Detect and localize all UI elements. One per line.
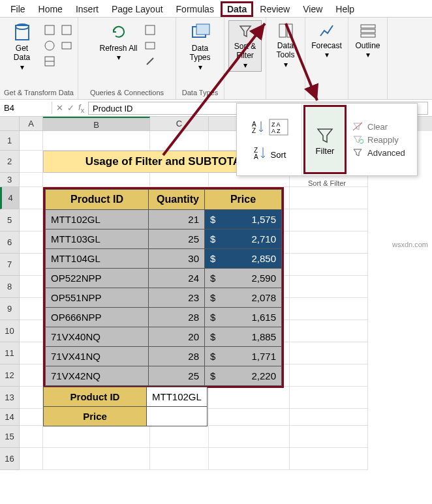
refresh-all-button[interactable]: Refresh All ▾ — [97, 20, 140, 64]
lookup-price-value[interactable] — [147, 407, 208, 426]
table-row[interactable]: MTT102GL 21 $1,575 — [46, 210, 282, 230]
existing-conn-icon[interactable] — [59, 38, 74, 53]
svg-text:A Z: A Z — [271, 128, 281, 134]
svg-text:Z A: Z A — [271, 121, 281, 128]
svg-text:Z: Z — [252, 127, 256, 134]
data-types-icon — [190, 22, 211, 42]
popup-group-label: Sort & Filter — [237, 179, 417, 187]
clear-filter-button[interactable]: Clear — [352, 121, 413, 132]
tab-file[interactable]: File — [4, 1, 32, 17]
tab-page-layout[interactable]: Page Layout — [105, 1, 170, 17]
data-tools-button[interactable]: Data Tools ▾ — [270, 20, 301, 70]
sort-filter-dropdown: AZ Z AA Z ZA Sort Filter Clear Reapply A… — [236, 103, 418, 176]
svg-rect-12 — [279, 24, 286, 37]
tab-view[interactable]: View — [296, 1, 329, 17]
svg-rect-11 — [196, 24, 209, 35]
svg-rect-8 — [146, 25, 155, 35]
group-label-datatypes: Data Types — [182, 87, 218, 98]
fx-icon[interactable]: fx — [78, 102, 84, 114]
from-table-icon[interactable] — [42, 54, 57, 68]
cancel-icon[interactable]: ✕ — [56, 103, 63, 113]
refresh-icon — [108, 22, 129, 42]
get-data-button[interactable]: Get Data ▾ — [4, 20, 40, 73]
get-data-label: Get Data — [7, 44, 37, 63]
lookup-id-label: Product ID — [44, 387, 147, 407]
table-row[interactable]: MTT103GL 25 $2,710 — [46, 230, 282, 249]
table-row[interactable]: 71VX42NQ 25 $2,220 — [46, 366, 282, 386]
from-text-icon[interactable] — [42, 23, 57, 37]
header-quantity: Quantity — [149, 190, 205, 210]
table-row[interactable]: OP551NPP 23 $2,078 — [46, 288, 282, 308]
sort-dialog-icon[interactable]: Z AA Z — [269, 119, 288, 138]
svg-point-3 — [45, 41, 54, 50]
data-types-button[interactable]: Data Types ▾ — [180, 20, 220, 73]
tab-home[interactable]: Home — [32, 1, 69, 17]
recent-sources-icon[interactable] — [59, 23, 74, 37]
forecast-button[interactable]: Forecast ▾ — [309, 20, 345, 61]
svg-rect-14 — [361, 25, 375, 28]
select-all-corner[interactable] — [0, 117, 20, 131]
outline-icon — [359, 22, 377, 40]
sort-filter-label: Sort & Filter — [232, 42, 258, 61]
sort-za-icon[interactable]: ZA — [253, 145, 267, 164]
reapply-button[interactable]: Reapply — [352, 134, 413, 145]
lookup-id-value[interactable]: MTT102GL — [147, 387, 208, 407]
forecast-label: Forecast — [311, 41, 342, 50]
header-price: Price — [205, 190, 282, 210]
lookup-table: Product IDMTT102GL Price — [43, 387, 208, 426]
group-label-get-data: Get & Transform Data — [4, 87, 74, 98]
edit-links-icon[interactable] — [143, 54, 157, 68]
refresh-all-label: Refresh All — [99, 44, 137, 53]
sort-filter-button[interactable]: Sort & Filter ▾ — [228, 20, 262, 72]
outline-button[interactable]: Outline ▾ — [352, 20, 382, 61]
table-row[interactable]: 71VX41NQ 28 $1,771 — [46, 347, 282, 366]
col-A[interactable]: A — [20, 117, 43, 131]
ribbon: Get Data ▾ Get & Transform Data Refresh … — [0, 18, 432, 100]
data-types-label: Data Types — [183, 44, 217, 63]
table-row[interactable]: MTT104GL 30 $2,850 — [46, 249, 282, 269]
svg-rect-9 — [146, 42, 155, 49]
confirm-icon[interactable]: ✓ — [67, 103, 74, 113]
from-web-icon[interactable] — [42, 38, 57, 53]
table-row[interactable]: OP522NPP 24 $2,590 — [46, 269, 282, 288]
svg-rect-13 — [287, 24, 292, 37]
name-box[interactable]: B4 — [0, 102, 52, 114]
svg-rect-6 — [62, 25, 71, 35]
advanced-button[interactable]: Advanced — [352, 147, 413, 158]
outline-label: Outline — [355, 41, 380, 50]
tab-formulas[interactable]: Formulas — [170, 1, 221, 17]
tab-review[interactable]: Review — [253, 1, 296, 17]
col-B[interactable]: B — [43, 117, 150, 131]
queries-icon[interactable] — [143, 23, 157, 37]
tab-insert[interactable]: Insert — [69, 1, 105, 17]
properties-icon[interactable] — [143, 38, 157, 53]
filter-label: Filter — [316, 146, 335, 156]
data-tools-icon — [277, 22, 295, 40]
svg-rect-2 — [45, 25, 54, 35]
data-table: Product IDQuantityPrice MTT102GL 21 $1,5… — [43, 187, 284, 388]
svg-rect-0 — [16, 25, 29, 40]
tab-help[interactable]: Help — [329, 1, 361, 17]
sort-filter-icon — [236, 22, 255, 40]
database-icon — [12, 22, 33, 42]
watermark: wsxdn.com — [392, 241, 428, 248]
group-label-queries: Queries & Connections — [90, 87, 164, 98]
lookup-price-label: Price — [44, 407, 147, 426]
svg-rect-16 — [361, 34, 375, 37]
data-tools-label: Data Tools — [273, 41, 298, 60]
forecast-icon — [318, 22, 336, 40]
svg-text:A: A — [254, 153, 258, 160]
svg-rect-15 — [361, 29, 375, 33]
funnel-icon — [314, 124, 336, 146]
tab-data[interactable]: Data — [221, 1, 253, 17]
sort-az-icon[interactable]: AZ — [251, 119, 265, 138]
sort-label[interactable]: Sort — [271, 150, 286, 160]
svg-rect-7 — [62, 42, 71, 49]
ribbon-tabs: File Home Insert Page Layout Formulas Da… — [0, 0, 432, 18]
header-product-id: Product ID — [46, 190, 149, 210]
table-row[interactable]: OP666NPP 28 $1,615 — [46, 308, 282, 327]
col-C[interactable]: C — [150, 117, 209, 131]
filter-button[interactable]: Filter — [303, 105, 347, 174]
table-row[interactable]: 71VX40NQ 20 $1,885 — [46, 327, 282, 347]
